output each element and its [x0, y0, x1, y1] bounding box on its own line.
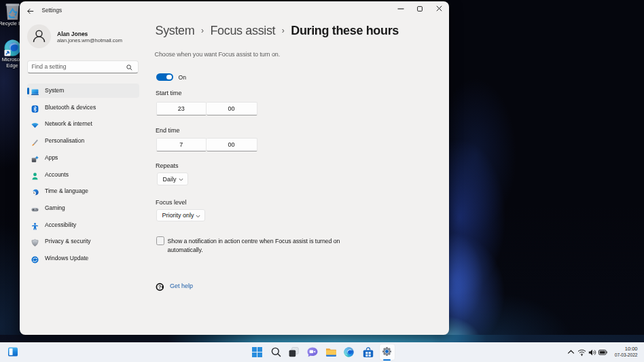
svg-text:?: ?	[158, 284, 162, 290]
